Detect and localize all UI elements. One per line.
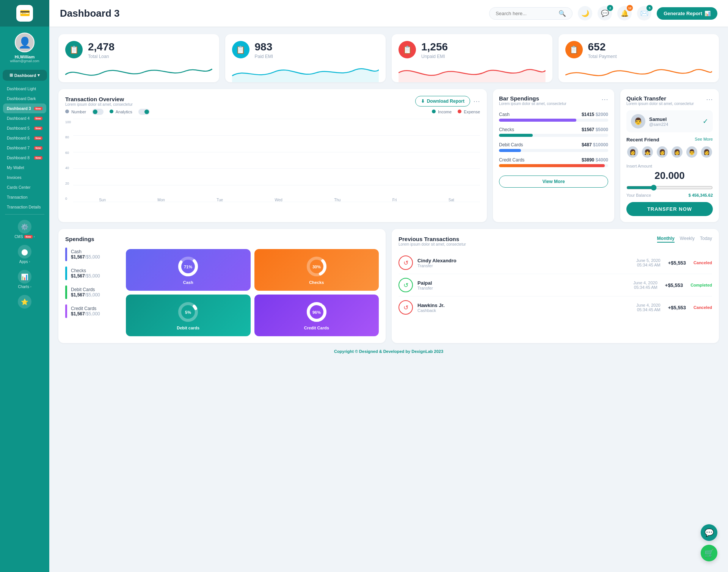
recipient-name: Samuel bbox=[649, 116, 668, 122]
chart-icon: 📊 bbox=[18, 270, 31, 284]
more-options-icon[interactable]: ⋯ bbox=[473, 97, 480, 105]
donut-cash-label: Cash bbox=[183, 280, 193, 285]
unpaid-emi-label: Unpaid EMI bbox=[421, 54, 448, 59]
svg-text:96%: 96% bbox=[312, 310, 321, 315]
sidebar-item-dashboard-light[interactable]: Dashboard Light bbox=[3, 84, 46, 94]
new-badge: New bbox=[34, 117, 42, 120]
balance-value: $ 456,345.62 bbox=[689, 193, 713, 197]
main-content: Dashboard 3 🔍 🌙 💬 2 🔔 12 ✉️ 5 Generate R… bbox=[49, 0, 728, 572]
sidebar-item-dashboard-dark[interactable]: Dashboard Dark bbox=[3, 94, 46, 103]
recipient-avatar: 👨 bbox=[631, 114, 645, 129]
analytics-toggle[interactable] bbox=[138, 109, 150, 115]
donut-checks-label: Checks bbox=[309, 280, 324, 285]
dashboard-grid-icon: ⊞ bbox=[9, 73, 13, 78]
download-icon: ⬇ bbox=[421, 99, 425, 104]
svg-text:5%: 5% bbox=[185, 310, 191, 315]
svg-text:71%: 71% bbox=[184, 265, 192, 269]
friend-avatar-4[interactable]: 👩 bbox=[671, 146, 683, 158]
chat-icon-btn[interactable]: 💬 2 bbox=[598, 6, 612, 20]
arrow-icon: › bbox=[30, 285, 31, 288]
transaction-overview-subtitle: Lorem ipsum dolor sit amet, consectetur bbox=[65, 102, 133, 107]
bottom-row: Spendings Cash $1,567/$5,000 bbox=[58, 229, 719, 343]
search-icon: 🔍 bbox=[559, 10, 566, 17]
sidebar-item-transaction-details[interactable]: Transaction Details bbox=[3, 202, 46, 212]
transfer-now-button[interactable]: TRANSFER NOW bbox=[626, 202, 713, 216]
friend-avatar-1[interactable]: 👩 bbox=[626, 146, 639, 158]
txn-status-hawkins: Canceled bbox=[693, 305, 712, 310]
friend-avatar-2[interactable]: 👧 bbox=[641, 146, 654, 158]
sidebar-item-dashboard3[interactable]: Dashboard 3 New bbox=[3, 103, 46, 113]
debit-progress bbox=[499, 149, 608, 152]
chevron-down-icon: ▾ bbox=[38, 73, 40, 78]
dashboard-dropdown-btn[interactable]: ⊞ Dashboard ▾ bbox=[3, 70, 47, 81]
sidebar-item-invoices[interactable]: Invoices bbox=[3, 172, 46, 182]
friend-avatar-3[interactable]: 👩 bbox=[656, 146, 668, 158]
sidebar-item-transaction[interactable]: Transaction bbox=[3, 192, 46, 202]
txn-date-paipal: June 4, 2020 05:34:45 AM bbox=[633, 281, 657, 290]
friend-avatar-6[interactable]: 👩 bbox=[700, 146, 713, 158]
sidebar-item-apps[interactable]: ⬤ Apps › bbox=[0, 242, 49, 267]
sidebar-item-dashboard5[interactable]: Dashboard 5 New bbox=[3, 123, 46, 133]
sidebar-item-charts[interactable]: 📊 Charts › bbox=[0, 267, 49, 292]
txn-date-cindy: June 5, 2020 05:34:45 AM bbox=[636, 258, 661, 267]
sidebar-item-star[interactable]: ⭐ bbox=[0, 292, 49, 313]
tab-weekly[interactable]: Weekly bbox=[680, 236, 695, 243]
generate-report-button[interactable]: Generate Report 📊 bbox=[657, 7, 717, 20]
sidebar-item-cms[interactable]: ⚙️ CMS New › bbox=[0, 217, 49, 242]
search-input[interactable] bbox=[496, 11, 555, 16]
friend-avatar-5[interactable]: 👨 bbox=[686, 146, 698, 158]
quick-transfer-more-icon[interactable]: ⋯ bbox=[706, 95, 713, 103]
prev-transactions-header: Previous Transactions Lorem ipsum dolor … bbox=[399, 236, 712, 246]
download-report-button[interactable]: ⬇ Download Report bbox=[415, 96, 470, 107]
quick-transfer-card: Quick Transfer Lorem ipsum dolor sit ame… bbox=[620, 89, 719, 222]
total-loan-label: Total Loan bbox=[88, 54, 115, 59]
sidebar-nav: Dashboard Light Dashboard Dark Dashboard… bbox=[0, 84, 49, 212]
txn-amount-hawkins: +$5,553 bbox=[668, 305, 686, 310]
total-payment-icon: 📋 bbox=[565, 41, 583, 58]
tab-today[interactable]: Today bbox=[700, 236, 712, 243]
total-loan-wave bbox=[65, 61, 212, 82]
bar-spendings-subtitle: Lorem ipsum dolor sit amet, consectetur bbox=[499, 102, 566, 106]
bar-spendings-card: Bar Spendings Lorem ipsum dolor sit amet… bbox=[493, 89, 614, 222]
txn-status-paipal: Completed bbox=[690, 283, 712, 287]
balance-row: Your Balance $ 456,345.62 bbox=[626, 193, 713, 197]
legend-income: Income bbox=[432, 110, 452, 114]
donut-debit-label: Debit cards bbox=[177, 326, 199, 330]
donut-chart-credit: 96% bbox=[305, 301, 328, 323]
cash-progress bbox=[499, 119, 608, 122]
message-icon-btn[interactable]: ✉️ 5 bbox=[637, 6, 651, 20]
moon-icon-btn[interactable]: 🌙 bbox=[578, 6, 592, 20]
donut-checks: 30% Checks bbox=[254, 249, 379, 291]
recipient-handle: @sam224 bbox=[649, 122, 668, 127]
cart-float-button[interactable]: 🛒 bbox=[701, 545, 717, 561]
sidebar-item-dashboard8[interactable]: Dashboard 8 New bbox=[3, 153, 46, 163]
sidebar-item-cards[interactable]: Cards Center bbox=[3, 182, 46, 192]
friend-avatars: 👩 👧 👩 👩 👨 👩 bbox=[626, 146, 713, 158]
spendings-content: Cash $1,567/$5,000 Checks $1,567/$5,000 bbox=[65, 248, 379, 336]
prev-transactions-title: Previous Transactions bbox=[399, 236, 466, 242]
view-more-button[interactable]: View More bbox=[499, 176, 608, 188]
footer: Copyright © Designed & Developed by Dexi… bbox=[58, 343, 719, 355]
bell-badge: 12 bbox=[627, 5, 633, 11]
sidebar-item-dashboard6[interactable]: Dashboard 6 New bbox=[3, 133, 46, 143]
txn-date-hawkins: June 4, 2020 05:34:45 AM bbox=[636, 303, 661, 312]
spending-item-credit: Credit Cards $1,567/$5,000 bbox=[65, 304, 118, 318]
support-float-button[interactable]: 💬 bbox=[701, 524, 717, 541]
search-box[interactable]: 🔍 bbox=[489, 7, 573, 20]
bell-icon-btn[interactable]: 🔔 12 bbox=[617, 6, 632, 20]
number-toggle[interactable] bbox=[92, 109, 104, 115]
see-more-link[interactable]: See More bbox=[695, 137, 713, 143]
paid-emi-value: 983 bbox=[255, 41, 273, 53]
tab-monthly[interactable]: Monthly bbox=[657, 236, 675, 243]
spending-row-debit: Debit Cards $487 $10000 bbox=[499, 142, 608, 152]
amount-slider[interactable] bbox=[626, 185, 713, 191]
username: Hi,William bbox=[15, 55, 35, 59]
checks-progress bbox=[499, 134, 608, 137]
sidebar-item-dashboard7[interactable]: Dashboard 7 New bbox=[3, 143, 46, 153]
sidebar-item-mywallet[interactable]: My Wallet bbox=[3, 163, 46, 172]
bar-spendings-more-icon[interactable]: ⋯ bbox=[601, 95, 608, 103]
donut-chart-debit: 5% bbox=[177, 301, 199, 323]
new-badge: New bbox=[34, 107, 42, 110]
sidebar-item-dashboard4[interactable]: Dashboard 4 New bbox=[3, 113, 46, 123]
sidebar-user: 👤 Hi,William william@gmail.com bbox=[10, 27, 39, 67]
